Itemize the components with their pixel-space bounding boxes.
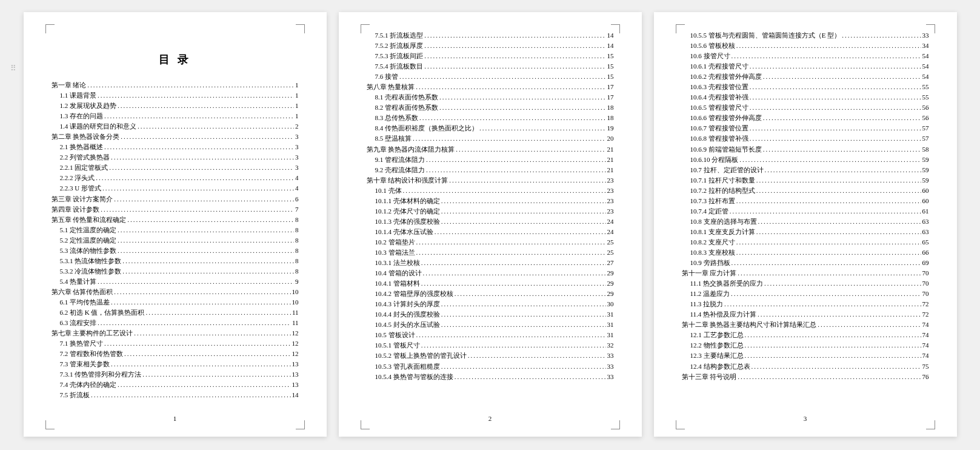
toc-entry[interactable]: 10.5.5 管板与壳程圆筒、管箱圆筒连接方式（E 型）33 (682, 30, 929, 41)
toc-entry[interactable]: 第七章 主要构件的工艺设计12 (52, 328, 299, 338)
toc-entry[interactable]: 10.8.1 支座支反力计算63 (682, 227, 929, 237)
toc-entry[interactable]: 2.2 列管式换热器3 (52, 152, 299, 163)
toc-entry[interactable]: 10.2 管箱垫片25 (367, 237, 614, 247)
toc-entry[interactable]: 2.2.3 U 形管式4 (52, 183, 299, 193)
toc-entry[interactable]: 1.2 发展现状及趋势1 (52, 101, 299, 111)
toc-entry[interactable]: 7.5.4 折流板数目15 (367, 61, 614, 72)
toc-entry[interactable]: 7.5.2 折流板厚度14 (367, 41, 614, 51)
toc-entry[interactable]: 11.4 热补偿及应力计算72 (682, 309, 929, 320)
toc-entry[interactable]: 10.6 接管尺寸54 (682, 51, 929, 61)
toc-entry[interactable]: 10.4.2 管箱壁厚的强度校核29 (367, 289, 614, 299)
toc-entry[interactable]: 5.3 流体的物性参数8 (52, 246, 299, 256)
toc-entry[interactable]: 10.5.6 管板校核34 (682, 41, 929, 51)
toc-entry[interactable]: 7.5.3 折流板间距15 (367, 51, 614, 61)
toc-entry[interactable]: 8.1 壳程表面传热系数17 (367, 92, 614, 102)
toc-entry[interactable]: 5.3.1 热流体物性参数8 (52, 256, 299, 266)
toc-entry[interactable]: 10.8 支座的选择与布置63 (682, 217, 929, 227)
toc-entry[interactable]: 第六章 估算传热面积10 (52, 287, 299, 297)
toc-entry[interactable]: 10.1.1 壳体材料的确定23 (367, 196, 614, 206)
toc-entry[interactable]: 12.2 物性参数汇总74 (682, 340, 929, 351)
toc-entry[interactable]: 第九章 换热器内流体阻力核算21 (367, 144, 614, 155)
toc-entry[interactable]: 10.4.3 计算封头的厚度30 (367, 299, 614, 309)
toc-entry[interactable]: 5.1 定性温度的确定8 (52, 225, 299, 235)
toc-entry[interactable]: 7.1 换热管尺寸12 (52, 338, 299, 349)
toc-entry[interactable]: 7.3.1 传热管排列和分程方法13 (52, 369, 299, 380)
toc-entry[interactable]: 10.4 管箱的设计29 (367, 268, 614, 278)
toc-entry[interactable]: 6.1 平均传热温差10 (52, 297, 299, 307)
toc-entry[interactable]: 10.1.4 壳体水压试验24 (367, 227, 614, 237)
toc-entry[interactable]: 第五章 传热量和流程确定8 (52, 215, 299, 225)
toc-entry[interactable]: 10.3 管箱法兰25 (367, 247, 614, 258)
toc-entry[interactable]: 第四章 设计参数7 (52, 204, 299, 215)
toc-entry[interactable]: 10.6.7 管程接管位置57 (682, 123, 929, 133)
toc-entry[interactable]: 2.2.1 固定管板式3 (52, 163, 299, 173)
toc-entry[interactable]: 5.3.2 冷流体物性参数8 (52, 266, 299, 277)
toc-entry[interactable]: 10.5.1 管板尺寸32 (367, 340, 614, 351)
toc-entry[interactable]: 10.5 管板设计31 (367, 330, 614, 340)
toc-entry[interactable]: 10.5.3 管孔表面粗糙度33 (367, 361, 614, 372)
toc-entry[interactable]: 10.9 旁路挡板69 (682, 258, 929, 268)
toc-entry[interactable]: 11.1 热交换器所受的应力70 (682, 278, 929, 289)
toc-entry[interactable]: 10.6.8 管程接管补强57 (682, 133, 929, 144)
toc-entry[interactable]: 2.2.2 浮头式4 (52, 173, 299, 183)
toc-entry[interactable]: 1.1 课题背景1 (52, 90, 299, 101)
drag-handle-icon[interactable]: ⠿ (10, 67, 18, 70)
toc-entry[interactable]: 第二章 换热器设备分类3 (52, 132, 299, 142)
toc-entry[interactable]: 10.7.2 拉杆的结构型式60 (682, 186, 929, 196)
toc-entry[interactable]: 第八章 热量核算17 (367, 82, 614, 92)
toc-entry[interactable]: 第十章 结构设计和强度计算23 (367, 175, 614, 186)
toc-entry[interactable]: 7.5.1 折流板选型14 (367, 30, 614, 41)
toc-entry[interactable]: 1.4 课题的研究目的和意义2 (52, 121, 299, 132)
toc-entry[interactable]: 第十一章 应力计算70 (682, 268, 929, 278)
toc-entry[interactable]: 7.6 接管15 (367, 72, 614, 82)
toc-entry[interactable]: 10.6.3 壳程接管位置55 (682, 82, 929, 92)
toc-entry[interactable]: 8.3 总传热系数18 (367, 113, 614, 123)
toc-entry[interactable]: 11.3 拉脱力72 (682, 299, 929, 309)
toc-entry[interactable]: 6.3 流程安排11 (52, 318, 299, 328)
toc-entry[interactable]: 10.3.1 法兰校核27 (367, 258, 614, 268)
toc-entry[interactable]: 12.4 结构参数汇总表75 (682, 361, 929, 372)
toc-entry[interactable]: 7.5 折流板14 (52, 390, 299, 400)
toc-entry[interactable]: 10.7 拉杆、定距管的设计59 (682, 165, 929, 175)
toc-entry[interactable]: 6.2 初选 K 值，估算换热面积11 (52, 307, 299, 318)
toc-entry[interactable]: 10.5.2 管板上换热管的管孔设计33 (367, 351, 614, 361)
toc-entry[interactable]: 10.4.5 封头的水压试验31 (367, 320, 614, 330)
toc-entry[interactable]: 9.2 壳程流体阻力21 (367, 165, 614, 175)
toc-entry[interactable]: 5.4 热量计算9 (52, 277, 299, 287)
toc-entry[interactable]: 10.6.1 壳程接管尺寸54 (682, 61, 929, 72)
toc-entry[interactable]: 7.3 管束相关参数13 (52, 359, 299, 369)
toc-entry[interactable]: 10.7.1 拉杆尺寸和数量59 (682, 175, 929, 186)
toc-entry[interactable]: 10.8.2 支座尺寸65 (682, 237, 929, 247)
toc-entry[interactable]: 2.1 换热器概述3 (52, 142, 299, 152)
toc-entry[interactable]: 第一章 绪论1 (52, 80, 299, 90)
toc-entry[interactable]: 10.7.4 定距管61 (682, 206, 929, 217)
toc-entry[interactable]: 10.6.10 分程隔板59 (682, 155, 929, 165)
toc-entry[interactable]: 10.1 壳体23 (367, 186, 614, 196)
toc-entry[interactable]: 10.7.3 拉杆布置60 (682, 196, 929, 206)
toc-entry[interactable]: 8.4 传热面积裕度（换热面积之比）19 (367, 123, 614, 133)
toc-entry[interactable]: 10.6.4 壳程接管补强55 (682, 92, 929, 102)
toc-entry[interactable]: 第十二章 换热器主要结构尺寸和计算结果汇总74 (682, 320, 929, 330)
toc-entry[interactable]: 第十三章 符号说明76 (682, 372, 929, 382)
toc-entry[interactable]: 10.6.5 管程接管尺寸56 (682, 102, 929, 113)
toc-entry[interactable]: 10.1.2 壳体尺寸的确定23 (367, 206, 614, 217)
toc-entry[interactable]: 12.3 主要结果汇总74 (682, 351, 929, 361)
toc-entry[interactable]: 9.1 管程流体阻力21 (367, 155, 614, 165)
toc-entry[interactable]: 5.2 定性温度的确定8 (52, 235, 299, 246)
toc-entry[interactable]: 第三章 设计方案简介6 (52, 194, 299, 204)
toc-entry[interactable]: 10.4.1 管箱材料29 (367, 278, 614, 289)
toc-entry[interactable]: 10.6.6 管程接管外伸高度56 (682, 113, 929, 123)
toc-entry[interactable]: 1.3 存在的问题1 (52, 111, 299, 121)
toc-entry[interactable]: 7.4 壳体内径的确定13 (52, 380, 299, 390)
toc-entry[interactable]: 10.4.4 封头的强度校验31 (367, 309, 614, 320)
toc-entry[interactable]: 8.5 壁温核算20 (367, 133, 614, 144)
toc-entry[interactable]: 10.6.2 壳程接管外伸高度54 (682, 72, 929, 82)
toc-entry[interactable]: 8.2 管程表面传热系数18 (367, 102, 614, 113)
toc-entry[interactable]: 10.8.3 支座校核66 (682, 247, 929, 258)
toc-entry[interactable]: 10.1.3 壳体的强度校验24 (367, 217, 614, 227)
toc-entry[interactable]: 11.2 温差应力70 (682, 289, 929, 299)
toc-entry[interactable]: 10.5.4 换热管与管板的连接33 (367, 372, 614, 382)
toc-entry[interactable]: 12.1 工艺参数汇总74 (682, 330, 929, 340)
toc-entry[interactable]: 7.2 管程数和传热管数12 (52, 349, 299, 359)
toc-entry[interactable]: 10.6.9 前端管箱短节长度58 (682, 144, 929, 155)
